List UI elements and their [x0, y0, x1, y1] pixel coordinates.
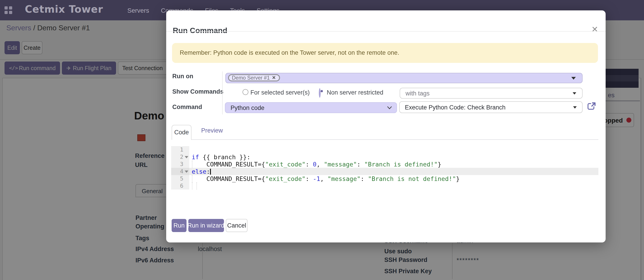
- code-line[interactable]: 3 COMMAND_RESULT={"exit_code": 0, "messa…: [171, 160, 598, 168]
- code-line-content: [189, 146, 598, 153]
- line-number: 5: [171, 175, 189, 182]
- server-tag[interactable]: Demo Server #1 ✕: [228, 74, 280, 81]
- with-tags-caret-icon[interactable]: [573, 92, 576, 94]
- modal-title: Run Command: [173, 26, 228, 35]
- line-number: 3: [171, 160, 189, 168]
- command-type-chevron-icon: [387, 106, 392, 109]
- server-tag-label: Demo Server #1: [232, 75, 270, 80]
- tab-strip-underline: [191, 139, 598, 140]
- code-line[interactable]: 1: [171, 146, 598, 153]
- run-button[interactable]: Run: [172, 219, 186, 232]
- command-type-select[interactable]: Python code: [225, 102, 397, 113]
- command-label: Command: [172, 103, 202, 110]
- external-link-icon[interactable]: [588, 102, 596, 110]
- form-label-divider: [222, 71, 223, 114]
- command-reference-field[interactable]: Execute Python Code: Check Branch: [399, 101, 582, 113]
- code-line-content: COMMAND_RESULT={"exit_code": 0, "message…: [189, 160, 598, 168]
- command-reference-caret-icon[interactable]: [573, 106, 577, 108]
- run-on-field[interactable]: Demo Server #1 ✕: [225, 73, 582, 83]
- show-commands-label: Show Commands: [172, 88, 224, 95]
- tab-code[interactable]: Code: [172, 125, 192, 139]
- run-on-label: Run on: [172, 73, 193, 79]
- code-line-content: if {{ branch }}:: [189, 153, 598, 160]
- code-line-content: [189, 182, 598, 189]
- radio-for-selected-servers[interactable]: [242, 89, 248, 95]
- code-editor[interactable]: 12if {{ branch }}:3 COMMAND_RESULT={"exi…: [171, 146, 598, 193]
- indent-guide: [192, 182, 192, 189]
- line-number: 6: [171, 182, 189, 189]
- apps-grid-icon[interactable]: [4, 6, 12, 14]
- line-number: 2: [171, 153, 189, 160]
- indent-guide: [192, 175, 192, 182]
- code-editor-lines: 12if {{ branch }}:3 COMMAND_RESULT={"exi…: [171, 146, 598, 189]
- command-reference-value: Execute Python Code: Check Branch: [405, 104, 506, 111]
- radio-non-server-restricted[interactable]: [318, 88, 320, 98]
- radio-for-selected-servers-label[interactable]: For selected server(s): [250, 89, 310, 96]
- indent-guide: [192, 160, 192, 168]
- line-number: 4: [171, 168, 189, 175]
- warning-banner: Remember: Python code is executed on the…: [172, 43, 598, 63]
- fold-arrow-icon[interactable]: [185, 156, 188, 158]
- warning-text: Remember: Python code is executed on the…: [180, 49, 399, 56]
- cancel-button[interactable]: Cancel: [226, 219, 248, 232]
- with-tags-dropdown[interactable]: with tags: [400, 88, 582, 98]
- line-number: 1: [171, 146, 189, 153]
- indent-guide: [196, 182, 197, 189]
- nav-servers[interactable]: Servers: [127, 7, 149, 14]
- run-on-caret-icon[interactable]: [571, 77, 576, 79]
- app-logo[interactable]: Cetmix Tower: [25, 4, 103, 15]
- run-command-modal: Run Command ✕ Remember: Python code is e…: [166, 10, 606, 242]
- code-line-content: else:: [189, 168, 598, 175]
- run-in-wizard-button[interactable]: Run in wizard: [188, 219, 224, 232]
- screen: Servers / Demo Server #1 Edit Create </>…: [0, 0, 644, 280]
- code-line-content: COMMAND_RESULT={"exit_code": -1, "messag…: [189, 175, 598, 182]
- modal-header-divider: [166, 31, 606, 32]
- code-line[interactable]: 4else:: [171, 168, 598, 175]
- code-line[interactable]: 2if {{ branch }}:: [171, 153, 598, 160]
- tab-preview[interactable]: Preview: [201, 127, 223, 134]
- close-icon[interactable]: ✕: [592, 25, 598, 33]
- command-type-value: Python code: [230, 104, 264, 111]
- code-line[interactable]: 5 COMMAND_RESULT={"exit_code": -1, "mess…: [171, 175, 598, 182]
- fold-arrow-icon[interactable]: [185, 170, 188, 173]
- text-cursor: [210, 169, 211, 174]
- with-tags-placeholder: with tags: [406, 90, 430, 97]
- radio-non-server-restricted-label[interactable]: Non server restricted: [327, 89, 384, 96]
- code-line[interactable]: 6: [171, 182, 598, 189]
- tag-remove-icon[interactable]: ✕: [272, 76, 276, 80]
